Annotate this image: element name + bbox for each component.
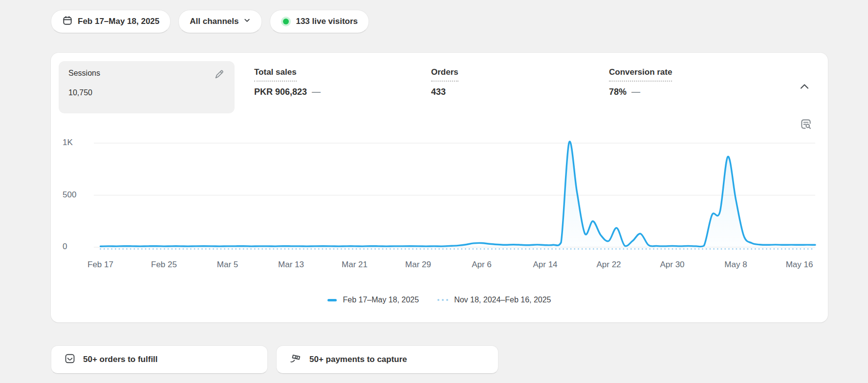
x-axis-label: Mar 5 bbox=[217, 260, 238, 269]
channels-label: All channels bbox=[190, 17, 239, 26]
sessions-chart: 1K5000Feb 17Feb 25Mar 5Mar 13Mar 21Mar 2… bbox=[51, 116, 828, 277]
x-axis-label: Apr 14 bbox=[533, 260, 557, 269]
x-axis-label: Mar 29 bbox=[405, 260, 431, 269]
sessions-label: Sessions bbox=[68, 69, 100, 78]
date-range-button[interactable]: Feb 17–May 18, 2025 bbox=[51, 10, 171, 33]
orders-label: Orders bbox=[431, 67, 458, 82]
x-axis-label: Mar 21 bbox=[342, 260, 368, 269]
total-sales-label: Total sales bbox=[254, 67, 297, 82]
toolbar: Feb 17–May 18, 2025 All channels 133 liv… bbox=[51, 10, 369, 33]
live-indicator-icon bbox=[281, 17, 291, 26]
legend-solid-line-swatch bbox=[327, 299, 337, 301]
metric-total-sales[interactable]: Total sales PKR 906,823 — bbox=[254, 67, 320, 97]
payments-to-capture-label: 50+ payments to capture bbox=[309, 355, 407, 364]
orders-value: 433 bbox=[431, 87, 446, 97]
y-axis-label: 1K bbox=[63, 138, 73, 147]
analytics-card: Sessions 10,750 Total sales PKR 906,823 … bbox=[51, 53, 828, 322]
x-axis-label: May 16 bbox=[786, 260, 813, 269]
legend-dotted-line-swatch bbox=[437, 299, 448, 301]
x-axis-label: Apr 22 bbox=[596, 260, 621, 269]
orders-inbox-icon bbox=[64, 353, 76, 367]
conversion-rate-label: Conversion rate bbox=[609, 67, 672, 82]
live-visitors-button[interactable]: 133 live visitors bbox=[270, 10, 369, 33]
metric-conversion-rate[interactable]: Conversion rate 78% — bbox=[609, 67, 672, 97]
sessions-chart-svg: 1K5000Feb 17Feb 25Mar 5Mar 13Mar 21Mar 2… bbox=[51, 116, 828, 277]
x-axis-label: Feb 17 bbox=[87, 260, 113, 269]
conversion-rate-delta: — bbox=[631, 87, 640, 97]
orders-to-fulfill-button[interactable]: 50+ orders to fulfill bbox=[51, 345, 268, 374]
edit-pencil-icon[interactable] bbox=[214, 69, 225, 82]
x-axis-label: Apr 30 bbox=[660, 260, 684, 269]
payments-to-capture-button[interactable]: 50+ payments to capture bbox=[276, 345, 499, 374]
collapse-chevron-up-icon[interactable] bbox=[800, 83, 809, 92]
x-axis-label: Feb 25 bbox=[151, 260, 177, 269]
metric-tab-sessions[interactable]: Sessions 10,750 bbox=[59, 61, 235, 113]
sessions-value: 10,750 bbox=[68, 88, 225, 97]
x-axis-label: May 8 bbox=[724, 260, 747, 269]
payment-hand-icon bbox=[289, 353, 302, 367]
y-axis-label: 0 bbox=[63, 242, 67, 251]
conversion-rate-value: 78% bbox=[609, 87, 627, 97]
quick-actions: 50+ orders to fulfill 50+ payments to ca… bbox=[51, 345, 499, 374]
orders-to-fulfill-label: 50+ orders to fulfill bbox=[83, 355, 158, 364]
date-range-label: Feb 17–May 18, 2025 bbox=[78, 17, 159, 26]
legend-current-label: Feb 17–May 18, 2025 bbox=[343, 296, 419, 304]
total-sales-delta: — bbox=[312, 87, 320, 97]
x-axis-label: Mar 13 bbox=[278, 260, 304, 269]
live-visitors-label: 133 live visitors bbox=[296, 17, 358, 26]
calendar-icon bbox=[62, 15, 73, 28]
legend-comparison-period: Nov 18, 2024–Feb 16, 2025 bbox=[437, 296, 551, 304]
legend-current-period: Feb 17–May 18, 2025 bbox=[327, 296, 419, 304]
channels-dropdown[interactable]: All channels bbox=[178, 10, 262, 33]
metric-orders[interactable]: Orders 433 bbox=[431, 67, 458, 97]
sessions-line bbox=[101, 142, 816, 247]
legend-comparison-label: Nov 18, 2024–Feb 16, 2025 bbox=[454, 296, 551, 304]
y-axis-label: 500 bbox=[63, 190, 76, 199]
chart-legend: Feb 17–May 18, 2025 Nov 18, 2024–Feb 16,… bbox=[51, 296, 828, 304]
chevron-down-icon bbox=[243, 17, 251, 26]
x-axis-label: Apr 6 bbox=[472, 260, 492, 269]
total-sales-value: PKR 906,823 bbox=[254, 87, 307, 97]
